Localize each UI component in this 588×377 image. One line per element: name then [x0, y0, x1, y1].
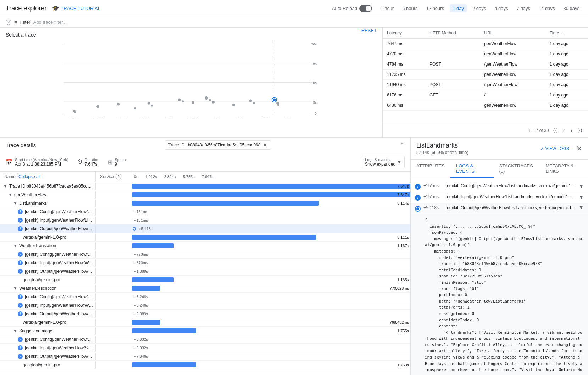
span-bar-cell: +5.246s: [131, 302, 410, 309]
span-row[interactable]: googleai/gemini-pro 1.165s: [0, 276, 410, 284]
right-panel-close[interactable]: ✕: [576, 144, 582, 153]
trace-chart[interactable]: 20s 15s 10s 5s 0: [6, 40, 377, 118]
expand-icon[interactable]: ▼: [3, 184, 8, 189]
log-entry[interactable]: +5.118s [genkit] Output[/genWeatherFlow/…: [411, 203, 588, 214]
table-row[interactable]: 4784 ms POST /genWeatherFlow 1 day ago: [383, 59, 588, 70]
span-name-cell: googleai/gemini-pro: [0, 361, 96, 368]
span-name-cell: ▼SuggestionImage: [0, 327, 96, 334]
time-30d[interactable]: 30 days: [560, 4, 582, 12]
span-row[interactable]: i[genkit] Output[/genWeatherFlow/Weather…: [0, 310, 410, 318]
span-row[interactable]: i[genkit] Input[/genWeatherFlow/ListLand…: [0, 216, 410, 224]
table-row[interactable]: 6430 ms genWeatherFlow 1 day ago: [383, 100, 588, 111]
svg-text:12 PM: 12 PM: [93, 117, 103, 118]
span-row[interactable]: i[genkit] Config[/genWeatherFlow/Weather…: [0, 293, 410, 301]
expand-icon[interactable]: ▼: [13, 243, 18, 248]
span-name-cell: i[genkit] Input[/genWeatherFlow/WeatherT…: [0, 259, 96, 266]
expand-icon[interactable]: ▼: [13, 328, 18, 333]
span-row[interactable]: i[genkit] Input[/genWeatherFlow/WeatherD…: [0, 301, 410, 310]
table-row[interactable]: 11735 ms genWeatherFlow 1 day ago: [383, 70, 588, 80]
span-row[interactable]: vertexai/gemini-1.0-pro 5.111s: [0, 233, 410, 242]
table-row[interactable]: 7647 ms genWeatherFlow 1 day ago: [383, 39, 588, 49]
school-icon: 🎓: [52, 5, 59, 12]
log-entry[interactable]: i +151ms [genkit] Input[/genWeatherFlow/…: [411, 192, 588, 203]
expand-icon[interactable]: ▼: [13, 286, 18, 291]
log-text: [genkit] Config[/genWeatherFlow/ListLand…: [446, 183, 576, 188]
collapse-all-button[interactable]: Collapse all: [18, 174, 40, 179]
table-row[interactable]: 6176 ms GET / 1 day ago: [383, 90, 588, 100]
span-row[interactable]: i[genkit] Config[/genWeatherFlow/Suggest…: [0, 335, 410, 344]
time-6h[interactable]: 6 hours: [399, 4, 420, 12]
span-service-cell: [96, 194, 131, 196]
service-help-icon[interactable]: ?: [116, 174, 121, 179]
right-panel-tab[interactable]: METADATA & LINKS: [540, 160, 588, 178]
span-row[interactable]: ▼Trace ID b88043ef456b87fcadaa5ea05ccae9…: [0, 182, 410, 190]
next-page-btn[interactable]: ›: [569, 127, 574, 134]
table-row[interactable]: 4770 ms genWeatherFlow 1 day ago: [383, 49, 588, 59]
span-row[interactable]: i[genkit] Input[/genWeatherFlow/Suggesti…: [0, 344, 410, 352]
col-time[interactable]: Time ↓: [545, 28, 588, 39]
start-time-label: Start time (America/New_York): [15, 157, 68, 162]
span-row[interactable]: i[genkit] Config[/genWeatherFlow/ListLan…: [0, 207, 410, 216]
time-2d[interactable]: 2 days: [470, 4, 489, 12]
log-icon[interactable]: i: [415, 184, 421, 190]
span-row[interactable]: vertexai/gemini-1.0-pro 768.452ms: [0, 318, 410, 327]
span-duration-label: 1.167s: [397, 244, 409, 248]
reset-button[interactable]: RESET: [361, 28, 377, 33]
time-1d[interactable]: 1 day: [450, 4, 467, 12]
right-panel-tab[interactable]: LOGS & EVENTS: [450, 160, 494, 178]
log-icon[interactable]: i: [415, 195, 421, 201]
prev-page-btn[interactable]: ‹: [561, 127, 566, 134]
log-expand-icon[interactable]: ▼: [579, 194, 584, 200]
time-14d[interactable]: 14 days: [536, 4, 558, 12]
span-bar: [132, 192, 410, 197]
span-name: SuggestionImage: [19, 328, 52, 333]
span-row[interactable]: i[genkit] Output[/genWeatherFlow/ListLan…: [0, 224, 410, 233]
span-name-cell: i[genkit] Output[/genWeatherFlow/Weather…: [0, 268, 96, 275]
span-row[interactable]: googleai/gemini-pro 1.753s: [0, 361, 410, 369]
expand-icon[interactable]: ▼: [8, 192, 13, 197]
span-row[interactable]: i[genkit] Config[/genWeatherFlow/Weather…: [0, 250, 410, 259]
span-bar-cell: 7.647s: [131, 185, 410, 187]
log-entry[interactable]: i +151ms [genkit] Config[/genWeatherFlow…: [411, 181, 588, 192]
span-row[interactable]: ▼genWeatherFlow 7.647s: [0, 190, 410, 199]
url-cell: genWeatherFlow: [480, 100, 545, 111]
span-service-cell: [96, 236, 131, 238]
duration-value: 7.647s: [85, 162, 100, 167]
span-row[interactable]: i[genkit] Input[/genWeatherFlow/WeatherT…: [0, 259, 410, 267]
time-4d[interactable]: 4 days: [492, 4, 511, 12]
trace-id-close[interactable]: ✕: [263, 142, 267, 148]
time-7d[interactable]: 7 days: [514, 4, 533, 12]
help-icon[interactable]: ?: [6, 20, 11, 25]
auto-reload-toggle[interactable]: [359, 5, 372, 12]
view-logs-link[interactable]: ↗ VIEW LOGS: [540, 146, 569, 151]
filter-placeholder[interactable]: Add trace filter...: [33, 20, 67, 25]
time-cell: 1 day ago: [545, 59, 588, 70]
log-expand-icon[interactable]: ▼: [579, 183, 584, 189]
log-time: +5.118s: [423, 205, 443, 210]
right-panel-tab[interactable]: ATTRIBUTES: [411, 160, 450, 178]
trace-tutorial-link[interactable]: 🎓 TRACE TUTORIAL: [52, 5, 100, 12]
span-row[interactable]: ▼WeatherDescription 770.028ms: [0, 284, 410, 293]
span-name-cell: ▼Trace ID b88043ef456b87fcadaa5ea05ccae9…: [0, 183, 96, 190]
time-cell: 1 day ago: [545, 80, 588, 90]
logs-events-dropdown[interactable]: Logs & events Show expanded ▼: [362, 156, 405, 168]
collapse-panel-icon[interactable]: ⌃: [399, 141, 405, 149]
span-row[interactable]: i[genkit] Output[/genWeatherFlow/Suggest…: [0, 352, 410, 361]
time-12h[interactable]: 12 hours: [423, 4, 447, 12]
right-panel-tab[interactable]: STACKTRACES (0): [494, 160, 540, 178]
span-name: googleai/gemini-pro: [23, 362, 60, 367]
first-page-btn[interactable]: ⟨⟨: [551, 126, 559, 134]
log-expand-icon[interactable]: ▲: [579, 205, 584, 211]
span-row[interactable]: ▼ListLandmarks 5.114s: [0, 199, 410, 207]
span-duration-label: 5.111s: [397, 235, 409, 239]
span-row[interactable]: ▼WeatherTranslation 1.167s: [0, 242, 410, 250]
log-expanded-icon[interactable]: [415, 206, 421, 212]
expand-icon[interactable]: ▼: [13, 201, 18, 206]
table-row[interactable]: 11940 ms POST /genWeatherFlow 1 day ago: [383, 80, 588, 90]
time-1h[interactable]: 1 hour: [378, 4, 396, 12]
right-panel-tabs: ATTRIBUTESLOGS & EVENTSSTACKTRACES (0)ME…: [411, 160, 588, 178]
last-page-btn[interactable]: ⟩⟩: [577, 126, 584, 134]
url-cell: /: [480, 90, 545, 100]
span-row[interactable]: i[genkit] Output[/genWeatherFlow/Weather…: [0, 267, 410, 276]
span-row[interactable]: ▼SuggestionImage 1.755s: [0, 327, 410, 335]
